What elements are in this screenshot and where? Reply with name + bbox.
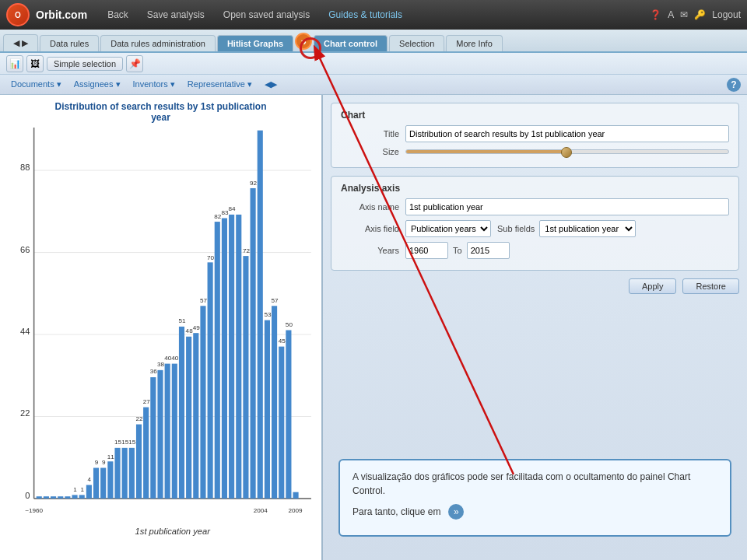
svg-text:15: 15	[128, 439, 135, 446]
svg-text:70: 70	[207, 254, 214, 261]
year-to-input[interactable]	[467, 242, 510, 259]
axis-field-label: Axis field	[341, 224, 399, 233]
sub-fields-label: Sub fields	[497, 224, 535, 233]
chart-section: Chart Title Size	[331, 103, 739, 168]
svg-text:84: 84	[229, 206, 237, 213]
tooltip-box: A visualização dos gráficos pode ser fac…	[338, 459, 731, 537]
svg-rect-44	[258, 131, 263, 499]
inventors-dropdown[interactable]: Inventors ▾	[128, 78, 180, 91]
svg-text:22: 22	[20, 409, 30, 418]
tab-more-arrow[interactable]: »	[295, 33, 312, 50]
title-row: Title	[341, 125, 729, 142]
tab-chart-control[interactable]: Chart control	[314, 35, 388, 51]
simple-selection-btn[interactable]: Simple selection	[47, 57, 123, 71]
svg-rect-31	[165, 364, 170, 499]
analysis-section: Analysis axis Axis name Axis field Publi…	[331, 176, 739, 271]
svg-text:2009: 2009	[288, 508, 302, 515]
bar-chart: 0 22 44 66 88 110	[6, 128, 315, 541]
tab-more-info[interactable]: More Info	[446, 35, 502, 51]
size-label: Size	[341, 147, 399, 156]
documents-dropdown[interactable]: Documents ▾	[6, 78, 66, 91]
to-label: To	[453, 246, 462, 255]
restore-btn[interactable]: Restore	[682, 278, 739, 294]
years-row: Years To	[341, 242, 729, 259]
svg-text:57: 57	[200, 297, 207, 304]
tab-data-rules[interactable]: Data rules	[40, 35, 99, 51]
svg-rect-30	[157, 370, 163, 499]
svg-text:2004: 2004	[254, 508, 268, 515]
key-icon[interactable]: 🔑	[694, 9, 706, 20]
svg-text:22: 22	[135, 415, 142, 422]
svg-rect-27	[136, 425, 142, 499]
excel-icon[interactable]: 📊	[6, 55, 23, 72]
svg-rect-19	[79, 495, 85, 499]
svg-text:72: 72	[243, 247, 250, 254]
guides-tutorials-btn[interactable]: Guides & tutorials	[322, 6, 409, 23]
svg-text:53: 53	[264, 311, 271, 318]
svg-text:11: 11	[107, 453, 114, 460]
tab-hitlist-graphs[interactable]: Hitlist Graphs	[217, 35, 293, 51]
svg-text:51: 51	[178, 318, 185, 325]
tab-nav-arrows[interactable]: ◀ ▶	[3, 34, 38, 51]
svg-rect-40	[229, 215, 234, 499]
svg-text:48: 48	[186, 328, 193, 335]
help-icon[interactable]: ❓	[650, 9, 661, 20]
svg-text:57: 57	[272, 297, 279, 304]
svg-rect-45	[265, 320, 270, 499]
image-icon[interactable]: 🖼	[26, 55, 44, 72]
chart-title: Distribution of search results by 1st pu…	[6, 101, 315, 123]
svg-rect-38	[215, 222, 220, 499]
sec-nav-help[interactable]: ?	[727, 78, 741, 92]
svg-rect-43	[251, 188, 256, 499]
axis-name-input[interactable]	[405, 198, 729, 215]
svg-text:45: 45	[279, 338, 286, 345]
mail-icon[interactable]: ✉	[680, 9, 688, 20]
user-icon[interactable]: A	[668, 9, 674, 20]
svg-text:9: 9	[102, 459, 106, 466]
assignees-dropdown[interactable]: Assignees ▾	[69, 78, 125, 91]
svg-text:1: 1	[80, 486, 84, 493]
size-slider[interactable]	[405, 149, 729, 154]
pin-icon[interactable]: 📌	[126, 55, 143, 72]
back-btn[interactable]: Back	[101, 6, 135, 23]
svg-rect-25	[122, 448, 128, 499]
svg-rect-33	[179, 327, 184, 499]
svg-text:50: 50	[286, 321, 293, 328]
years-label: Years	[341, 246, 399, 255]
chart-title-input[interactable]	[405, 125, 729, 142]
sub-fields-select[interactable]: 1st publication year All publication yea…	[539, 220, 636, 237]
svg-rect-22	[100, 468, 106, 499]
apply-btn[interactable]: Apply	[629, 278, 677, 294]
sec-nav: Documents ▾ Assignees ▾ Inventors ▾ Repr…	[0, 75, 747, 95]
control-panel: Chart Title Size Analysis axis Axis name	[323, 95, 747, 560]
top-bar: O Orbit.com Back Save analysis Open save…	[0, 0, 747, 30]
svg-rect-48	[286, 330, 291, 498]
chart-area: 0 22 44 66 88 110	[6, 128, 315, 541]
svg-rect-36	[200, 306, 205, 499]
save-analysis-btn[interactable]: Save analysis	[141, 6, 211, 23]
svg-rect-37	[208, 262, 213, 499]
nav-arrows-btn[interactable]: ◀▶	[260, 78, 282, 91]
year-from-input[interactable]	[405, 242, 448, 259]
svg-rect-16	[58, 496, 63, 499]
svg-rect-32	[172, 364, 177, 499]
svg-text:40: 40	[164, 355, 171, 362]
svg-rect-47	[279, 347, 284, 499]
tab-selection[interactable]: Selection	[389, 35, 444, 51]
tab-data-rules-admin[interactable]: Data rules administration	[100, 35, 216, 51]
tooltip-cta: Para tanto, clique em »	[352, 504, 717, 520]
tab-bar: ◀ ▶ Data rules Data rules administration…	[0, 30, 747, 53]
years-group: To	[405, 242, 510, 259]
open-saved-analysis-btn[interactable]: Open saved analysis	[217, 6, 316, 23]
svg-text:66: 66	[20, 245, 30, 254]
axis-field-select[interactable]: Publication years Priority year Filing y…	[405, 220, 491, 237]
svg-text:1: 1	[73, 486, 77, 493]
svg-rect-49	[293, 492, 298, 499]
tooltip-arrow-btn[interactable]: »	[448, 504, 464, 520]
chart-panel: Distribution of search results by 1st pu…	[0, 95, 323, 560]
logout-btn[interactable]: Logout	[712, 9, 741, 20]
representative-dropdown[interactable]: Representative ▾	[183, 78, 257, 91]
top-right-controls: ❓ A ✉ 🔑 Logout	[650, 9, 741, 20]
toolbar: 📊 🖼 Simple selection 📌	[0, 53, 747, 75]
svg-rect-14	[44, 496, 49, 499]
